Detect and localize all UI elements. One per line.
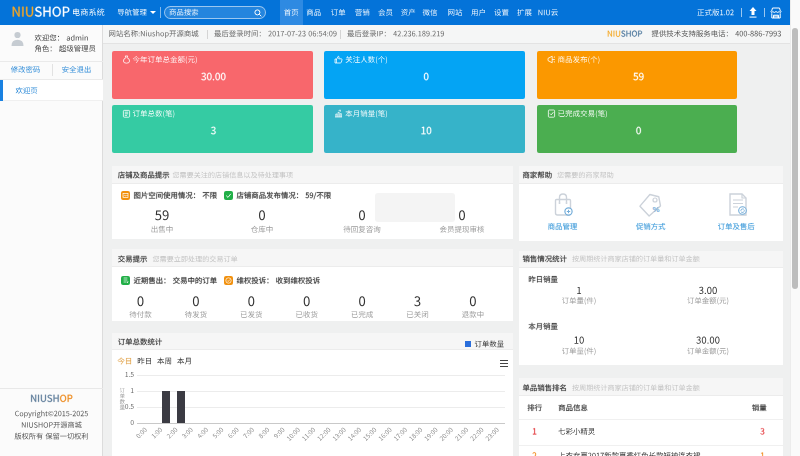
svg-text:%: % — [653, 205, 660, 214]
